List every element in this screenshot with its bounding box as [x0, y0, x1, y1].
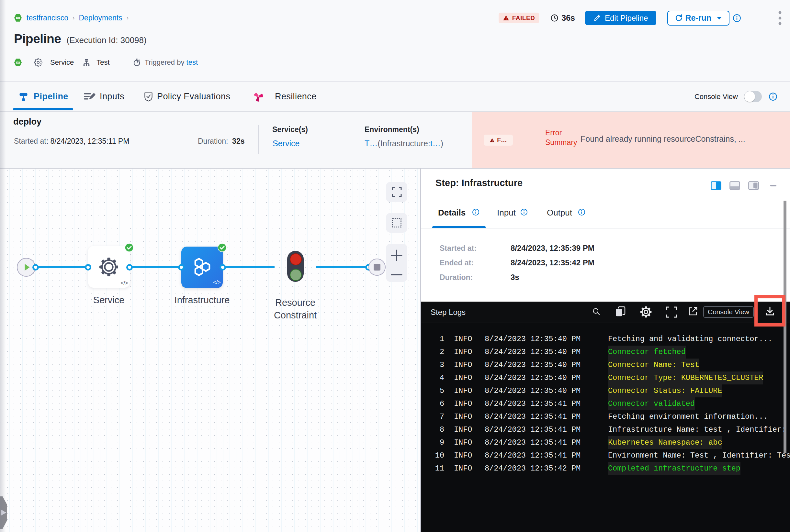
svg-text:∞: ∞	[16, 14, 20, 21]
svg-text:∞: ∞	[16, 59, 20, 66]
